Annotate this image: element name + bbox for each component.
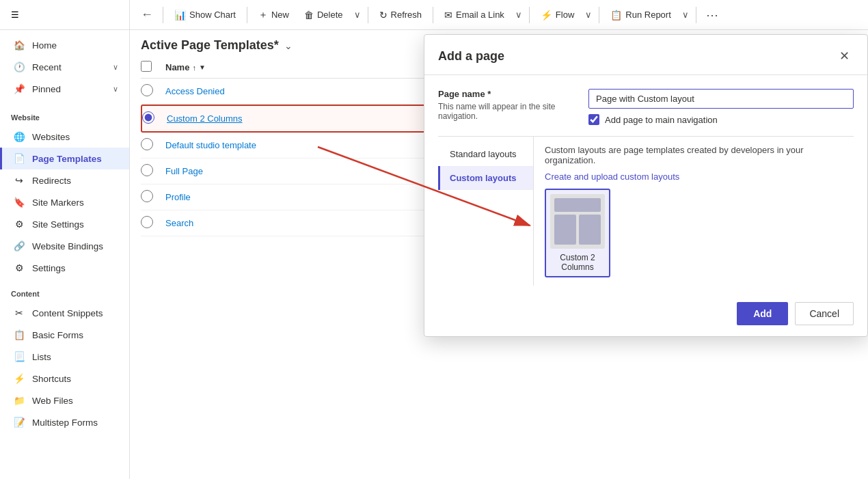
thumb-header [554, 198, 601, 212]
layout-section: Standard layouts Custom layouts Custom l… [438, 136, 854, 286]
multistep-forms-icon: 📝 [13, 416, 25, 428]
row-link-4[interactable]: Full Page [165, 166, 203, 176]
row-radio-2[interactable] [142, 111, 154, 124]
more-options-button[interactable]: ⋯ [701, 5, 724, 25]
row-radio-5[interactable] [141, 190, 153, 202]
row-link-3[interactable]: Default studio template [165, 140, 256, 150]
row-link-2[interactable]: Custom 2 Columns [167, 113, 243, 124]
create-upload-link[interactable]: Create and upload custom layouts [545, 172, 679, 182]
hamburger-button[interactable]: ☰ [8, 7, 22, 23]
dialog-title: Add a page [438, 49, 504, 64]
sidebar-site-settings-label: Site Settings [32, 219, 84, 230]
toolbar-sep-3 [368, 7, 368, 23]
row-link-5[interactable]: Profile [165, 192, 191, 202]
row-check-6 [141, 216, 165, 230]
flow-chevron-icon: ∨ [585, 10, 592, 20]
sidebar-item-pinned[interactable]: 📌 Pinned ∨ [0, 78, 129, 100]
sidebar-item-settings[interactable]: ⚙ Settings [0, 257, 129, 279]
home-icon: 🏠 [13, 39, 25, 51]
email-link-button[interactable]: ✉ Email a Link [437, 6, 511, 24]
name-sort-icon[interactable]: ↑ [192, 64, 196, 72]
row-radio-6[interactable] [141, 216, 153, 228]
sidebar-item-site-markers[interactable]: 🔖 Site Markers [0, 191, 129, 213]
add-nav-checkbox[interactable] [588, 114, 599, 125]
new-icon: ＋ [258, 9, 268, 21]
select-all-checkbox[interactable] [141, 61, 152, 72]
sidebar-item-home[interactable]: 🏠 Home [0, 34, 129, 56]
name-label: Name [165, 62, 189, 72]
sidebar-item-web-files[interactable]: 📁 Web Files [0, 389, 129, 411]
run-report-chevron-icon: ∨ [682, 10, 689, 20]
sidebar-redirects-label: Redirects [32, 176, 71, 186]
sidebar-item-recent[interactable]: 🕐 Recent ∨ [0, 56, 129, 78]
pinned-icon: 📌 [13, 83, 25, 95]
websites-icon: 🌐 [13, 131, 25, 143]
flow-button[interactable]: ⚡ Flow [534, 6, 581, 24]
sidebar-lists-label: Lists [32, 352, 51, 362]
standard-layouts-tab[interactable]: Standard layouts [438, 142, 533, 166]
show-chart-button[interactable]: 📊 Show Chart [167, 6, 243, 24]
sidebar-item-website-bindings[interactable]: 🔗 Website Bindings [0, 235, 129, 257]
run-report-chevron[interactable]: ∨ [679, 6, 692, 23]
row-radio-4[interactable] [141, 164, 153, 176]
lists-icon: 📃 [13, 351, 25, 363]
page-title-chevron[interactable]: ⌄ [284, 40, 293, 51]
row-radio-3[interactable] [141, 138, 153, 150]
sidebar-item-websites[interactable]: 🌐 Websites [0, 126, 129, 148]
toolbar-sep-1 [163, 7, 163, 23]
delete-label: Delete [317, 10, 343, 20]
sidebar-page-templates-label: Page Templates [32, 154, 102, 164]
sidebar-item-lists[interactable]: 📃 Lists [0, 346, 129, 368]
back-button[interactable]: ← [135, 5, 159, 25]
sidebar-item-multistep-forms[interactable]: 📝 Multistep Forms [0, 411, 129, 433]
run-report-label: Run Report [625, 10, 670, 20]
sidebar-item-site-settings[interactable]: ⚙ Site Settings [0, 213, 129, 235]
sidebar-item-page-templates[interactable]: 📄 Page Templates [0, 148, 129, 169]
site-markers-icon: 🔖 [13, 196, 25, 208]
flow-chevron[interactable]: ∨ [582, 6, 595, 23]
recent-chevron: ∨ [113, 63, 118, 72]
delete-button[interactable]: 🗑 Delete [297, 6, 350, 24]
page-name-label-col: Page name * This name will appear in the… [438, 89, 575, 121]
back-icon: ← [141, 8, 153, 21]
dialog-close-button[interactable]: ✕ [835, 46, 854, 66]
content-snippets-icon: ✂ [13, 307, 25, 319]
template-card-custom2[interactable]: Custom 2 Columns [545, 189, 610, 277]
custom-layouts-tab[interactable]: Custom layouts [438, 166, 533, 190]
run-report-button[interactable]: 📋 Run Report [603, 6, 677, 24]
row-link-1[interactable]: Access Denied [165, 86, 225, 96]
sidebar-item-redirects[interactable]: ↪ Redirects [0, 169, 129, 191]
name-filter-icon[interactable]: ▼ [199, 64, 206, 71]
email-icon: ✉ [444, 10, 452, 20]
page-name-input[interactable] [588, 89, 854, 109]
toolbar-sep-6 [599, 7, 599, 23]
template-name-line1: Custom 2 [560, 253, 595, 262]
custom-layouts-label: Custom layouts [450, 173, 517, 183]
thumb-left-col [554, 215, 576, 245]
sidebar-item-content-snippets[interactable]: ✂ Content Snippets [0, 302, 129, 324]
thumb-right-col [579, 215, 601, 245]
page-templates-icon: 📄 [13, 152, 25, 165]
row-link-6[interactable]: Search [165, 218, 193, 228]
page-title: Active Page Templates* [141, 38, 279, 53]
sidebar-item-basic-forms[interactable]: 📋 Basic Forms [0, 324, 129, 346]
toolbar-sep-5 [529, 7, 530, 23]
row-check-2 [142, 111, 167, 126]
more-icon: ⋯ [706, 8, 718, 22]
sidebar-item-shortcuts[interactable]: ⚡ Shortcuts [0, 368, 129, 389]
cancel-button[interactable]: Cancel [795, 302, 854, 325]
hamburger-icon: ☰ [11, 10, 19, 20]
run-report-icon: 📋 [610, 10, 622, 20]
sidebar: ☰ 🏠 Home 🕐 Recent ∨ 📌 Pinned ∨ Website 🌐… [0, 0, 130, 479]
email-chevron[interactable]: ∨ [513, 6, 525, 23]
refresh-button[interactable]: ↻ Refresh [372, 6, 429, 24]
template-name-line2: Columns [561, 262, 593, 272]
close-icon: ✕ [839, 49, 850, 63]
add-button[interactable]: Add [737, 302, 788, 325]
dialog-header: Add a page ✕ [424, 35, 867, 75]
new-button[interactable]: ＋ New [252, 5, 296, 25]
row-radio-1[interactable] [141, 84, 153, 96]
delete-chevron[interactable]: ∨ [351, 6, 364, 23]
dialog-footer: Add Cancel [424, 294, 867, 336]
sidebar-pinned-label: Pinned [32, 84, 61, 94]
